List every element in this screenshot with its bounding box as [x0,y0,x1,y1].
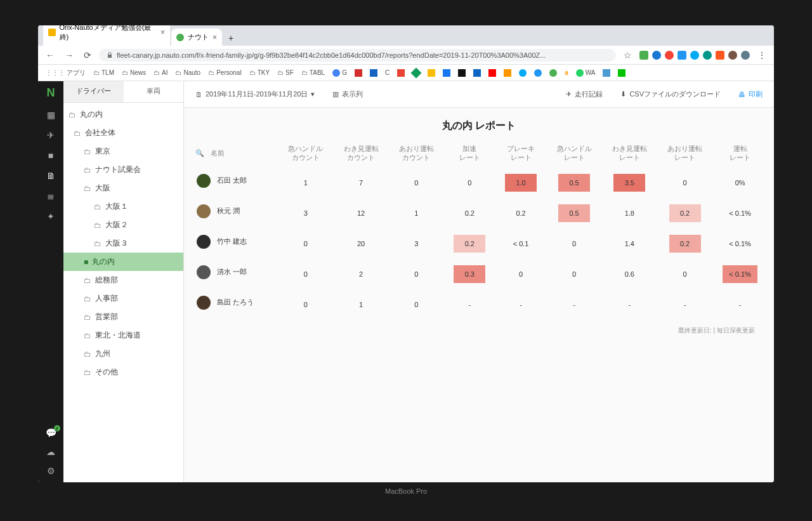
csv-download-button[interactable]: ⬇ CSVファイルのダウンロード [617,87,724,102]
settings-icon[interactable]: ⚙ [47,466,55,476]
video-icon[interactable]: ■ [48,150,53,161]
column-header[interactable]: わき見運転カウント [333,139,388,168]
bookmark-folder[interactable]: 🗀TABL [299,68,327,77]
column-header[interactable]: 急ハンドルカウント [278,139,333,168]
ext-icon[interactable] [678,51,686,60]
ext-icon[interactable] [665,51,674,60]
bookmark-folder[interactable]: 🗀SF [275,68,296,77]
apps-button[interactable]: ⋮⋮⋮ アプリ [43,67,88,79]
ext-icon[interactable] [728,51,737,60]
chat-icon[interactable]: 💬 [46,428,56,438]
table-row[interactable]: 清水 一郎0200.3000.60< 0.1% [190,259,768,289]
driver-name: 清水 一郎 [217,267,247,277]
reports-icon[interactable]: 🗎 [46,171,55,181]
bookmark-link[interactable] [532,68,544,78]
bookmark-folder[interactable]: 🗀Nauto [173,68,203,77]
table-row[interactable]: 島田 たろう010------ [190,289,768,320]
close-icon[interactable]: × [160,28,165,37]
tree-item[interactable]: 🗀大阪 [63,179,183,197]
tree-item[interactable]: 🗀総務部 [63,271,183,289]
tree-item[interactable]: 🗀大阪１ [63,197,183,216]
forward-button[interactable]: → [62,49,76,62]
ext-icon[interactable] [639,51,648,60]
column-header[interactable]: ブレーキレート [495,139,547,168]
bookmark-link[interactable] [547,68,560,78]
bookmark-folder[interactable]: 🗀AI [151,68,170,77]
bookmark-link[interactable] [440,68,453,78]
bookmark-folder[interactable]: 🗀Personal [206,68,244,77]
list-icon[interactable]: ≣ [47,191,55,201]
menu-icon[interactable]: ⋮ [755,49,769,62]
column-header[interactable]: 急ハンドルレート [546,139,601,168]
bookmark-link[interactable] [516,68,529,78]
bookmark-link[interactable]: a [562,68,571,77]
tab-driver[interactable]: ドライバー [63,81,124,102]
tree-item[interactable]: 🗀会社全体 [63,124,183,142]
nav-icon[interactable]: ✈ [47,130,55,140]
table-row[interactable]: 秋元 潤31210.20.20.51.80.2< 0.1% [190,198,768,228]
bookmark-link[interactable] [352,68,365,78]
bookmark-folder[interactable]: 🗀TLM [91,68,117,77]
extension-icons [639,51,750,60]
trip-log-button[interactable]: ✈ 走行記録 [562,87,606,102]
tree-item[interactable]: 🗀東北・北海道 [63,326,183,345]
bookmark-folder[interactable]: 🗀News [119,68,148,77]
idea-icon[interactable]: ✦ [47,211,55,221]
tab-vehicle[interactable]: 車両 [124,81,184,102]
app-rail: N ▦ ✈ ■ 🗎 ≣ ✦ 💬 ☁ ⚙ [38,81,63,482]
table-row[interactable]: 竹中 建志02030.2< 0.101.40.2< 0.1% [190,228,768,259]
date-range-picker[interactable]: 🗓 2019年11月1日-2019年11月20日 ▾ [192,87,318,102]
tree-item[interactable]: 🗀ナウト試乗会 [63,161,183,179]
close-icon[interactable]: × [213,33,217,42]
back-button[interactable]: ← [43,49,57,62]
tree-item[interactable]: 🗀大阪２ [63,216,183,234]
browser-tab-1[interactable]: Orix-Nautoメディア勉強会(最終) × [43,25,170,46]
bookmark-link[interactable] [425,68,438,78]
columns-button[interactable]: ▥ 表示列 [329,87,367,102]
bookmark-link[interactable] [615,68,628,78]
tree-item[interactable]: 🗀大阪３ [63,234,183,253]
tree-item[interactable]: 🗀営業部 [63,308,183,326]
column-header[interactable]: あおり運転レート [657,139,712,168]
column-header[interactable]: 運転レート [712,139,768,168]
search-icon[interactable]: 🔍 [195,149,204,157]
ext-icon[interactable] [703,51,712,60]
bookmark-link[interactable] [486,68,499,78]
dashboard-icon[interactable]: ▦ [47,110,55,120]
bookmark-link[interactable] [600,68,613,78]
cloud-icon[interactable]: ☁ [46,447,55,457]
nauto-logo[interactable]: N [47,86,55,100]
tree-item[interactable]: 🗀東京 [63,142,183,161]
bookmark-link[interactable] [367,68,380,78]
ext-icon[interactable] [690,51,699,60]
column-header[interactable]: わき見運転レート [602,139,657,168]
bookmark-link[interactable]: C [383,68,392,77]
reload-button[interactable]: ⟳ [81,49,94,62]
tree-item[interactable]: 🗀人事部 [63,289,183,308]
data-cell: 12 [333,198,388,228]
bookmark-link[interactable] [395,68,407,78]
column-header[interactable]: 加速 レート [444,139,495,168]
tree-root[interactable]: 🗀 丸の内 [63,105,183,124]
tree-item[interactable]: ■丸の内 [63,253,183,271]
tree-item[interactable]: 🗀九州 [63,345,183,363]
tree-item[interactable]: 🗀その他 [63,363,183,381]
table-row[interactable]: 石田 太郎17001.00.53.500% [190,168,768,198]
bookmark-link[interactable]: WA [573,68,598,78]
bookmark-link[interactable] [501,68,514,78]
print-button[interactable]: 🖶 印刷 [735,87,766,102]
bookmark-link[interactable] [455,68,468,78]
ext-icon[interactable] [652,51,661,60]
avatar [197,235,211,249]
address-bar[interactable]: fleet-canary.jp.nauto.com/f/x-friend-fam… [99,49,616,62]
bookmark-link[interactable] [410,68,422,78]
ext-icon[interactable] [716,51,724,60]
ext-icon[interactable] [741,51,750,60]
bookmark-folder[interactable]: 🗀TKY [247,68,272,77]
bookmark-link[interactable]: G [330,68,350,78]
bookmark-link[interactable] [471,68,483,78]
new-tab-button[interactable]: + [223,30,239,46]
browser-tab-2[interactable]: ナウト × [171,29,222,46]
column-header[interactable]: あおり運転カウント [389,139,444,168]
star-icon[interactable]: ☆ [621,49,634,62]
